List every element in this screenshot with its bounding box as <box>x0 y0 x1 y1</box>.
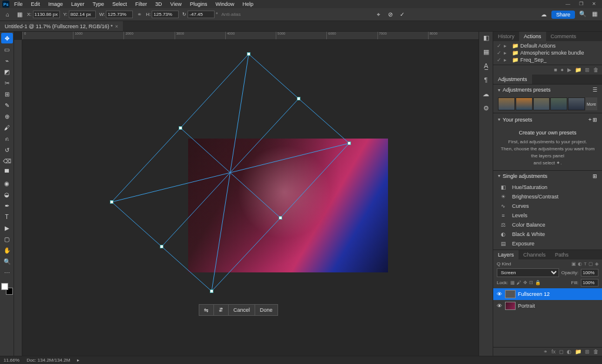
check-icon[interactable]: ✓ <box>497 43 501 49</box>
h-input[interactable] <box>152 11 179 18</box>
transform-center-handle[interactable] <box>279 216 282 220</box>
layer-thumbnail[interactable] <box>505 302 516 310</box>
search-icon[interactable]: 🔍 <box>578 11 587 19</box>
paragraph-panel-icon[interactable]: ¶ <box>481 76 491 86</box>
transform-handle[interactable] <box>110 200 113 204</box>
document-tab[interactable]: Untitled-1 @ 11.7% (Fullscreen 12, RGB/1… <box>0 21 123 31</box>
commit-transform-icon[interactable]: ✓ <box>398 11 406 19</box>
w-input[interactable] <box>106 11 133 18</box>
path-select-tool[interactable]: ▶ <box>1 223 13 233</box>
layer-row-fullscreen[interactable]: 👁 Fullscreen 12 <box>493 288 602 300</box>
blur-tool[interactable]: ◉ <box>1 178 13 188</box>
lock-transparent-icon[interactable]: ▦ <box>510 280 515 285</box>
tab-adjustments[interactable]: Adjustments <box>493 75 532 84</box>
filter-adjust-icon[interactable]: ◐ <box>578 261 582 267</box>
lock-artboard-icon[interactable]: ⊡ <box>529 280 533 285</box>
close-tab-icon[interactable]: × <box>115 23 118 29</box>
record-icon[interactable]: ● <box>561 67 564 73</box>
type-tool[interactable]: T <box>1 211 13 222</box>
x-input[interactable] <box>33 11 60 18</box>
menu-type[interactable]: Type <box>89 1 108 7</box>
menu-select[interactable]: Select <box>109 1 131 7</box>
cancel-transform-icon[interactable]: ⊘ <box>386 11 394 19</box>
blend-mode-select[interactable]: Screen <box>497 268 559 277</box>
shape-tool[interactable]: ▢ <box>1 234 13 244</box>
preset-thumb[interactable] <box>568 97 585 110</box>
transform-ref-icon[interactable]: ▦ <box>15 11 24 19</box>
your-presets-head[interactable]: ▾ Your presets ＋ ⊞ <box>493 113 602 126</box>
home-icon[interactable]: ⌂ <box>4 11 12 19</box>
brush-tool[interactable]: 🖌 <box>1 122 13 133</box>
stop-icon[interactable]: ■ <box>554 67 557 73</box>
single-adjustments-head[interactable]: ▾ Single adjustments ⊞ <box>493 170 602 181</box>
adjustment-color-balance[interactable]: ⚖Color Balance <box>493 220 602 230</box>
action-set-row[interactable]: ✓ ▸ 📁 Default Actions <box>493 42 602 49</box>
workspace-icon[interactable]: ▦ <box>590 11 598 19</box>
tab-actions[interactable]: Actions <box>519 32 546 41</box>
menu-plugins[interactable]: Plugins <box>186 1 211 7</box>
tab-history[interactable]: History <box>493 32 519 41</box>
pen-tool[interactable]: ✒ <box>1 200 13 211</box>
menu-view[interactable]: View <box>167 1 185 7</box>
window-restore-icon[interactable]: ❐ <box>577 1 585 7</box>
done-button[interactable]: Done <box>255 305 277 315</box>
caret-icon[interactable]: ▸ <box>77 358 79 363</box>
layer-thumbnail[interactable] <box>505 290 516 298</box>
cloud-icon[interactable]: ☁ <box>540 11 548 19</box>
layer-style-icon[interactable]: fx <box>551 349 556 355</box>
filter-pixel-icon[interactable]: ▣ <box>571 261 576 267</box>
link-layers-icon[interactable]: ⚭ <box>543 349 548 355</box>
adjustment-black-white[interactable]: ◐Black & White <box>493 230 602 239</box>
gradient-tool[interactable]: ▀ <box>1 167 13 177</box>
menu-edit[interactable]: Edit <box>28 1 44 7</box>
list-view-icon[interactable]: ☰ <box>593 87 597 93</box>
canvas-area[interactable]: 0 1000 2000 3000 4000 5000 6000 7000 800… <box>14 32 479 356</box>
visibility-icon[interactable]: 👁 <box>497 303 503 309</box>
visibility-icon[interactable]: 👁 <box>497 291 503 297</box>
color-panel-icon[interactable]: ◧ <box>481 34 491 43</box>
fill-input[interactable] <box>581 279 598 287</box>
adjustment-exposure[interactable]: ▤Exposure <box>493 239 602 248</box>
zoom-tool[interactable]: 🔍 <box>1 256 13 267</box>
check-icon[interactable]: ✓ <box>497 57 501 63</box>
flip-vertical-icon[interactable]: ⇵ <box>214 305 229 315</box>
filter-shape-icon[interactable]: ▢ <box>588 261 593 267</box>
frame-tool[interactable]: ⊞ <box>1 89 13 99</box>
preset-thumb[interactable] <box>516 97 533 110</box>
transform-handle[interactable] <box>210 289 213 293</box>
lock-all-icon[interactable]: 🔒 <box>535 280 541 285</box>
canvas[interactable]: ⇋ ⇵ Cancel Done <box>22 40 479 356</box>
tab-channels[interactable]: Channels <box>519 250 550 259</box>
menu-window[interactable]: Window <box>212 1 238 7</box>
more-presets-button[interactable]: More <box>586 97 597 110</box>
new-action-icon[interactable]: ⊞ <box>585 67 590 73</box>
adjustment-curves[interactable]: ∿Curves <box>493 201 602 211</box>
menu-file[interactable]: File <box>11 1 26 7</box>
eraser-tool[interactable]: ⌫ <box>1 156 13 166</box>
window-close-icon[interactable]: ✕ <box>590 1 598 7</box>
lock-position-icon[interactable]: ✥ <box>523 280 527 285</box>
menu-help[interactable]: Help <box>239 1 257 7</box>
warp-icon[interactable]: ⌖ <box>374 11 383 19</box>
crop-tool[interactable]: ✂ <box>1 77 13 88</box>
doc-size[interactable]: Doc: 134.2M/134.2M <box>26 358 70 363</box>
new-adjustment-icon[interactable]: ◐ <box>567 349 571 355</box>
caret-icon[interactable]: ▸ <box>504 57 510 63</box>
grid-view-icon[interactable]: ⊞ <box>593 173 597 179</box>
action-set-row[interactable]: ✓ ▸ 📁 Atmospheric smoke bundle <box>493 49 602 56</box>
move-tool[interactable]: ✥ <box>1 33 13 43</box>
preset-thumb[interactable] <box>533 97 550 110</box>
color-swatches[interactable] <box>1 283 13 295</box>
character-panel-icon[interactable]: A̲ <box>481 62 491 72</box>
share-button[interactable]: Share <box>551 11 575 19</box>
object-select-tool[interactable]: ◩ <box>1 66 13 77</box>
healing-tool[interactable]: ⊕ <box>1 111 13 122</box>
link-wh-icon[interactable]: ⚭ <box>136 11 142 18</box>
libraries-panel-icon[interactable]: ☁ <box>481 90 491 100</box>
eyedropper-tool[interactable]: ✎ <box>1 100 13 110</box>
menu-filter[interactable]: Filter <box>132 1 150 7</box>
adjustment-levels[interactable]: ≡Levels <box>493 211 602 220</box>
y-input[interactable] <box>69 11 96 18</box>
transform-handle[interactable] <box>160 245 163 248</box>
stamp-tool[interactable]: ⎌ <box>1 133 13 144</box>
